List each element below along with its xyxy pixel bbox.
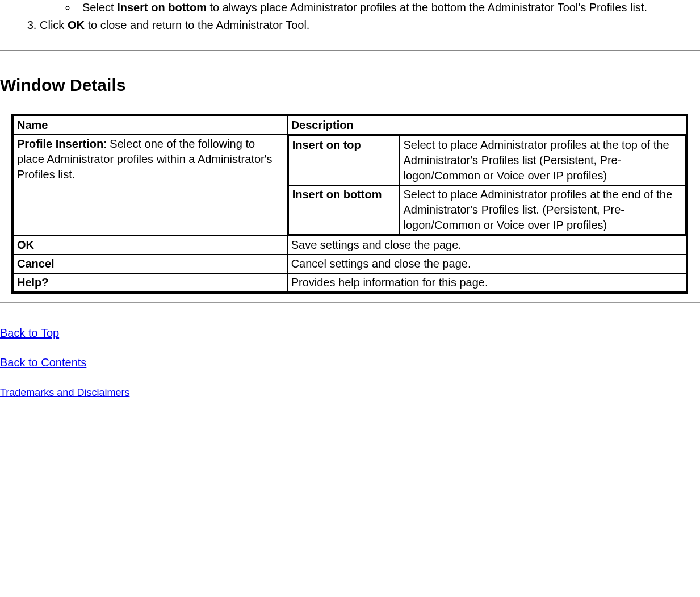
divider [0, 50, 700, 51]
cell-name-bold: Profile Insertion [17, 137, 103, 150]
ok-desc: Save settings and close the page. [287, 236, 687, 254]
table-header-name: Name [12, 115, 287, 135]
text-suffix: to close and return to the Administrator… [85, 19, 310, 31]
step-3: Click OK to close and return to the Admi… [40, 18, 700, 33]
sub-list-item: Select Insert on bottom to always place … [77, 0, 700, 15]
divider [0, 302, 700, 303]
insert-top-name: Insert on top [288, 136, 400, 185]
profile-insertion-options: Insert on top Select to place Administra… [287, 135, 687, 236]
section-heading: Window Details [0, 74, 700, 97]
help-name: Help? [12, 273, 287, 293]
profile-insertion-cell: Profile Insertion: Select one of the fol… [12, 135, 287, 236]
back-to-contents-link[interactable]: Back to Contents [0, 355, 86, 370]
insert-bottom-desc: Select to place Administrator profiles a… [399, 185, 685, 235]
text-bold: Insert on bottom [117, 1, 207, 14]
cancel-desc: Cancel settings and close the page. [287, 254, 687, 273]
table-header-desc: Description [287, 115, 687, 135]
ok-name: OK [12, 236, 287, 254]
text-bold: OK [68, 19, 85, 31]
details-table: Name Description Profile Insertion: Sele… [11, 114, 688, 294]
text-suffix: to always place Administrator profiles a… [207, 1, 647, 14]
text-prefix: Select [82, 1, 117, 14]
cancel-name: Cancel [12, 254, 287, 273]
insert-bottom-name: Insert on bottom [288, 185, 400, 235]
text-prefix: Click [40, 19, 68, 31]
help-desc: Provides help information for this page. [287, 273, 687, 293]
insert-top-desc: Select to place Administrator profiles a… [399, 136, 685, 185]
back-to-top-link[interactable]: Back to Top [0, 325, 59, 341]
trademarks-link[interactable]: Trademarks and Disclaimers [0, 387, 129, 398]
